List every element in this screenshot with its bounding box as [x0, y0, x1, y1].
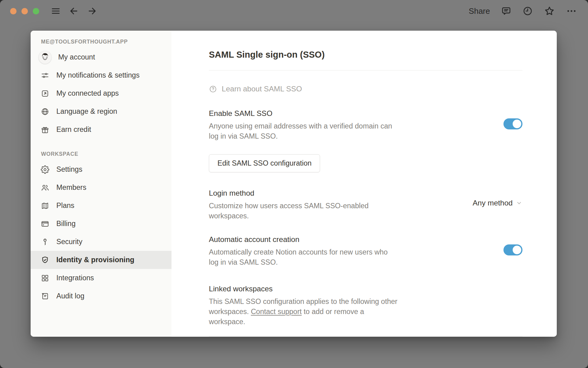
traffic-lights — [10, 8, 39, 14]
enable-saml-row: Enable SAML SSO Anyone using email addre… — [209, 109, 522, 141]
title-divider — [209, 70, 522, 71]
sidebar-item-language-region[interactable]: Language & region — [31, 102, 172, 121]
sidebar-item-label: Language & region — [56, 107, 117, 116]
login-method-title: Login method — [209, 189, 398, 197]
sidebar-item-label: Audit log — [56, 292, 84, 300]
linked-workspaces-title: Linked workspaces — [209, 285, 398, 293]
grid-icon — [40, 274, 50, 283]
members-icon — [40, 183, 50, 192]
settings-main-panel: SAML Single sign-on (SSO) Learn about SA… — [172, 31, 557, 337]
sidebar-item-settings[interactable]: Settings — [31, 160, 172, 178]
sidebar-item-label: Settings — [56, 165, 82, 174]
login-method-select[interactable]: Any method — [473, 199, 522, 207]
sidebar-item-label: Plans — [56, 201, 74, 210]
back-arrow-icon[interactable] — [69, 6, 79, 16]
app-window: Share ME@TOOLSFORTHOUGHT.APP — [0, 0, 588, 368]
login-method-description: Customize how users access SAML SSO-enab… — [209, 201, 398, 221]
toggle-knob — [513, 120, 521, 128]
auto-account-text: Automatic account creation Automatically… — [209, 235, 398, 267]
sidebar-item-members[interactable]: Members — [31, 178, 172, 197]
linked-workspaces-description: This SAML SSO configuration applies to t… — [209, 297, 398, 327]
account-section-header: ME@TOOLSFORTHOUGHT.APP — [31, 39, 172, 48]
sidebar-item-integrations[interactable]: Integrations — [31, 269, 172, 287]
globe-icon — [40, 107, 50, 116]
sidebar-item-notifications-settings[interactable]: My notifications & settings — [31, 66, 172, 84]
contact-support-link[interactable]: Contact support — [251, 308, 302, 316]
settings-sidebar: ME@TOOLSFORTHOUGHT.APP My account — [31, 31, 172, 337]
chevron-down-icon — [516, 200, 522, 206]
enable-saml-title: Enable SAML SSO — [209, 109, 398, 118]
sidebar-item-label: My notifications & settings — [56, 71, 140, 79]
user-avatar — [39, 51, 51, 64]
login-method-value: Any method — [473, 199, 513, 207]
sidebar-item-identity-provisioning[interactable]: Identity & provisioning — [31, 251, 172, 269]
auto-account-toggle[interactable] — [503, 244, 522, 255]
sidebar-item-earn-credit[interactable]: Earn credit — [31, 121, 172, 139]
external-link-icon — [40, 89, 50, 98]
sidebar-item-audit-log[interactable]: Audit log — [31, 287, 172, 305]
auto-account-title: Automatic account creation — [209, 235, 398, 244]
updates-clock-icon[interactable] — [522, 6, 533, 16]
sidebar-item-connected-apps[interactable]: My connected apps — [31, 84, 172, 102]
map-icon — [40, 201, 50, 210]
settings-modal: ME@TOOLSFORTHOUGHT.APP My account — [31, 31, 557, 337]
enable-saml-toggle[interactable] — [503, 118, 522, 129]
auto-account-description: Automatically create Notion accounts for… — [209, 247, 398, 267]
credit-card-icon — [40, 219, 50, 228]
linked-workspaces-row: Linked workspaces This SAML SSO configur… — [209, 285, 522, 327]
sidebar-item-label: Members — [56, 183, 86, 192]
scroll-icon — [40, 292, 50, 301]
auto-account-row: Automatic account creation Automatically… — [209, 235, 522, 267]
sidebar-item-label: My connected apps — [56, 89, 119, 98]
more-options-icon[interactable] — [566, 6, 577, 17]
title-bar: Share — [0, 0, 588, 22]
sliders-icon — [40, 71, 50, 80]
close-window-button[interactable] — [10, 8, 17, 14]
favorite-star-icon[interactable] — [544, 6, 555, 17]
toggle-knob — [513, 246, 521, 254]
sidebar-item-security[interactable]: Security — [31, 233, 172, 251]
learn-about-saml-link[interactable]: Learn about SAML SSO — [209, 85, 302, 93]
login-method-row: Login method Customize how users access … — [209, 189, 522, 221]
key-icon — [40, 237, 50, 247]
sidebar-item-label: My account — [58, 53, 95, 61]
page-title: SAML Single sign-on (SSO) — [209, 50, 522, 60]
gear-icon — [40, 165, 50, 174]
forward-arrow-icon[interactable] — [87, 6, 97, 16]
sidebar-item-label: Integrations — [56, 274, 94, 282]
learn-link-label: Learn about SAML SSO — [222, 85, 302, 93]
sidebar-item-my-account[interactable]: My account — [31, 48, 172, 66]
sidebar-item-label: Security — [56, 238, 82, 246]
sidebar-item-label: Billing — [56, 220, 76, 228]
shield-check-icon — [40, 255, 50, 265]
sidebar-item-billing[interactable]: Billing — [31, 215, 172, 233]
zoom-window-button[interactable] — [33, 8, 39, 14]
minimize-window-button[interactable] — [21, 8, 28, 14]
comments-icon[interactable] — [501, 6, 511, 16]
enable-saml-text: Enable SAML SSO Anyone using email addre… — [209, 109, 398, 141]
edit-saml-config-button[interactable]: Edit SAML SSO configuration — [209, 154, 320, 172]
sidebar-menu-icon[interactable] — [51, 6, 61, 16]
sidebar-item-plans[interactable]: Plans — [31, 197, 172, 215]
help-circle-icon — [209, 85, 217, 93]
sidebar-item-label: Earn credit — [56, 125, 91, 134]
login-method-text: Login method Customize how users access … — [209, 189, 398, 221]
sidebar-item-label: Identity & provisioning — [56, 256, 134, 264]
linked-workspaces-text: Linked workspaces This SAML SSO configur… — [209, 285, 398, 327]
bottom-divider — [209, 336, 522, 336]
gift-icon — [40, 125, 50, 134]
share-button[interactable]: Share — [469, 6, 490, 16]
workspace-section-header: WORKSPACE — [31, 139, 172, 160]
enable-saml-description: Anyone using email addresses with a veri… — [209, 121, 398, 141]
